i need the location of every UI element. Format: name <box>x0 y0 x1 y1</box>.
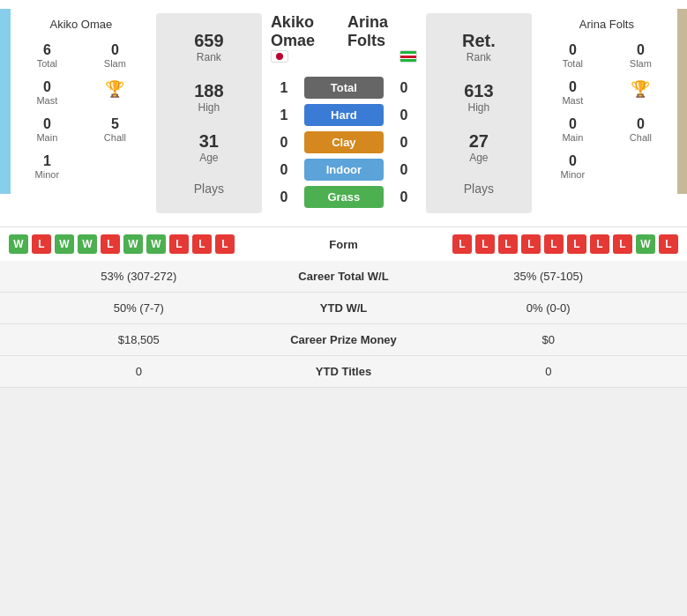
career-stat-center-0: Career Total W/L <box>265 270 423 283</box>
left-total-label: Total <box>37 58 57 69</box>
uz-stripe5 <box>400 59 416 62</box>
score-row-indoor: 0 Indoor 0 <box>271 159 417 181</box>
badge-clay: Clay <box>304 131 384 153</box>
right-player-photo <box>677 9 687 194</box>
career-stat-left-0: 53% (307-272) <box>13 270 265 283</box>
left-rank-value: 659 <box>194 31 223 51</box>
score-clay-right: 0 <box>391 135 417 151</box>
right-main-label: Main <box>562 132 583 143</box>
career-stat-right-2: $0 <box>423 333 675 346</box>
right-mast-label: Mast <box>562 95 583 106</box>
right-rank-label: Rank <box>467 51 491 63</box>
right-slam-label: Slam <box>630 58 652 69</box>
score-hard-left: 1 <box>271 108 297 123</box>
badge-total: Total <box>304 77 384 99</box>
score-indoor-left: 0 <box>271 162 297 178</box>
svg-rect-13 <box>677 9 687 194</box>
right-minor-label: Minor <box>561 169 586 180</box>
right-age-value: 27 <box>469 131 489 152</box>
left-mast-cell: 0 Mast <box>15 76 79 109</box>
form-left-badge-6: W <box>146 234 166 254</box>
left-plays-label: Plays <box>194 182 224 196</box>
career-stats-row-1: 50% (7-7)YTD W/L0% (0-0) <box>0 293 687 324</box>
left-chall-value: 5 <box>111 116 119 132</box>
left-main-cell-2: 0 Main <box>15 113 79 146</box>
career-stats-row-0: 53% (307-272)Career Total W/L35% (57-105… <box>0 261 687 293</box>
left-flag <box>271 50 288 63</box>
left-middle-stats: 659 Rank 188 High 31 Age Plays <box>156 13 262 213</box>
right-main-value: 0 <box>569 116 577 132</box>
left-name-center: Akiko Omae <box>271 13 347 63</box>
right-flag-row <box>347 50 417 63</box>
left-high-value: 188 <box>194 81 223 101</box>
score-total-left: 1 <box>271 80 297 96</box>
svg-rect-0 <box>0 9 11 194</box>
players-section: Akiko Omae 6 Total 0 Slam 0 Mast 🏆 <box>0 0 687 226</box>
right-trophy-icon: 🏆 <box>631 79 650 99</box>
right-high-value: 613 <box>464 81 493 101</box>
right-mast-value: 0 <box>569 79 577 95</box>
form-left-badge-9: L <box>215 234 235 254</box>
score-indoor-right: 0 <box>391 162 417 178</box>
score-row-hard: 1 Hard 0 <box>271 104 417 126</box>
form-right-badge-0: L <box>452 234 472 254</box>
right-rank-value: Ret. <box>462 31 496 51</box>
left-minor-label: Minor <box>35 169 60 180</box>
left-plays-stat: Plays <box>194 182 224 196</box>
right-player-name: Arina Folts <box>579 13 634 35</box>
left-slam-value: 0 <box>111 42 119 58</box>
left-age-stat: 31 Age <box>199 131 219 164</box>
left-player-info: Akiko Omae 6 Total 0 Slam 0 Mast 🏆 <box>11 9 152 218</box>
career-stats-row-2: $18,505Career Prize Money$0 <box>0 324 687 356</box>
right-total-cell: 0 Total <box>541 39 605 72</box>
score-row-grass: 0 Grass 0 <box>271 186 417 208</box>
form-left-badge-8: L <box>192 234 212 254</box>
right-slam-cell: 0 Slam <box>609 39 673 72</box>
right-high-label: High <box>468 101 490 114</box>
right-main-cell: 0 Main <box>541 113 605 146</box>
left-high-label: High <box>198 101 220 114</box>
left-trophy-cell: 🏆 <box>83 76 147 109</box>
left-stats-grid: 6 Total 0 Slam 0 Mast 🏆 0 Main <box>15 39 147 183</box>
left-player-name-center: Akiko Omae <box>271 13 347 50</box>
score-row-total: 1 Total 0 <box>271 77 417 99</box>
form-section: WLWWLWWLLL Form LLLLLLLLWL <box>0 226 687 261</box>
badge-hard: Hard <box>304 104 384 126</box>
career-stat-right-3: 0 <box>423 365 675 378</box>
left-rank-label: Rank <box>197 51 221 63</box>
career-stat-left-3: 0 <box>13 365 265 378</box>
left-minor-value: 1 <box>43 153 51 169</box>
score-total-right: 0 <box>391 80 417 96</box>
right-chall-label: Chall <box>630 132 652 143</box>
form-right-badge-3: L <box>521 234 541 254</box>
form-left-badge-0: W <box>9 234 28 254</box>
career-stat-center-1: YTD W/L <box>265 301 423 315</box>
left-mast-value: 0 <box>43 79 51 95</box>
left-high-stat: 188 High <box>194 81 223 114</box>
career-stat-right-1: 0% (0-0) <box>423 301 675 315</box>
right-slam-value: 0 <box>637 42 645 58</box>
badge-indoor: Indoor <box>304 159 384 181</box>
right-middle-stats: Ret. Rank 613 High 27 Age Plays <box>426 13 532 213</box>
left-minor-cell: 1 Minor <box>15 150 79 183</box>
form-right-badge-2: L <box>498 234 518 254</box>
left-flag-row <box>271 50 347 63</box>
form-left-badge-1: L <box>32 234 51 254</box>
left-age-label: Age <box>199 152 218 164</box>
main-container: Akiko Omae 6 Total 0 Slam 0 Mast 🏆 <box>0 0 687 388</box>
form-left-badge-2: W <box>55 234 74 254</box>
career-stat-center-2: Career Prize Money <box>265 333 423 346</box>
left-total-value: 6 <box>43 42 51 58</box>
form-right-badge-8: W <box>636 234 655 254</box>
score-rows: 1 Total 0 1 Hard 0 0 Clay 0 0 Indoor <box>271 71 417 213</box>
right-chall-cell: 0 Chall <box>609 113 673 146</box>
form-right-badge-4: L <box>544 234 564 254</box>
left-age-value: 31 <box>199 131 219 152</box>
score-hard-right: 0 <box>391 108 417 123</box>
form-right: LLLLLLLLWL <box>393 234 679 254</box>
right-rank-stat: Ret. Rank <box>462 31 496 63</box>
left-main-label: Main <box>36 132 57 143</box>
form-right-badge-5: L <box>567 234 586 254</box>
score-grass-right: 0 <box>391 189 417 205</box>
right-minor-cell: 0 Minor <box>541 150 605 183</box>
